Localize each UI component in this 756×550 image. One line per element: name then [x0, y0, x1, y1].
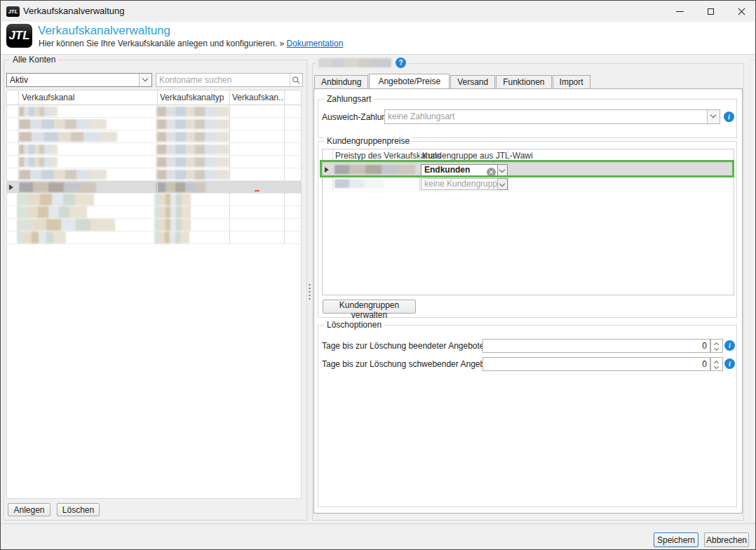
redacted-channel-type-cell — [156, 107, 229, 116]
minimize-button[interactable] — [664, 1, 695, 22]
documentation-link[interactable]: Dokumentation — [287, 39, 344, 48]
spinner-down-icon — [714, 364, 719, 369]
tab-import[interactable]: Import — [553, 75, 590, 88]
column-header[interactable]: Verkaufskanal — [22, 93, 74, 102]
close-icon — [738, 8, 745, 15]
redacted-channel-cell — [17, 219, 115, 231]
sales-channel-table[interactable]: VerkaufskanalVerkaufskanaltypVerkaufskan… — [6, 90, 302, 499]
channel-name-caption: ? — [316, 58, 409, 68]
chevron-down-icon — [707, 110, 720, 123]
redacted-channel-cell — [19, 182, 96, 192]
column-header[interactable]: Kundengruppe aus JTL-Wawi — [422, 151, 533, 161]
splitter-grip-icon — [309, 284, 311, 300]
spinner-down-icon — [714, 346, 719, 351]
clear-icon[interactable] — [487, 168, 496, 176]
info-icon[interactable]: i — [724, 358, 735, 369]
close-button[interactable] — [726, 1, 756, 22]
payment-group-title: Zahlungsart — [324, 95, 374, 104]
redacted-channel-type-cell — [154, 206, 191, 218]
tab-versand[interactable]: Versand — [450, 75, 495, 88]
redacted-price-type-cell — [335, 179, 384, 188]
table-row[interactable] — [7, 194, 301, 206]
redacted-channel-type-cell — [156, 132, 229, 142]
spinner-control[interactable] — [710, 339, 723, 353]
tab-funktionen[interactable]: Funktionen — [496, 75, 551, 88]
redacted-channel-type-cell — [154, 232, 189, 243]
column-header[interactable]: Verkaufskanaltyp — [160, 93, 224, 102]
cancel-button[interactable]: Abbrechen — [704, 532, 749, 547]
column-separator — [229, 90, 230, 244]
redacted-channel-type-cell — [156, 145, 229, 154]
fallback-payment-dropdown[interactable]: keine Zahlungsart — [384, 109, 720, 124]
column-separator — [332, 149, 333, 191]
redacted-channel-name — [318, 58, 391, 67]
redacted-channel-cell — [17, 232, 66, 243]
delete-button[interactable]: Löschen — [57, 503, 100, 516]
chevron-down-icon[interactable] — [498, 178, 508, 190]
delete-option-row: Tage bis zur Löschung schwebender Angebo… — [322, 357, 741, 371]
table-row[interactable] — [7, 219, 301, 232]
redacted-channel-type-cell — [156, 119, 229, 129]
jtl-logo: JTL — [6, 24, 32, 48]
customer-group-dropdown[interactable]: Endkunden — [421, 164, 508, 176]
help-icon[interactable]: ? — [396, 58, 406, 68]
redacted-channel-cell — [17, 206, 87, 218]
table-row[interactable] — [7, 156, 301, 168]
manage-customer-groups-button[interactable]: Kundengruppen verwalten — [323, 300, 416, 314]
redacted-price-type-cell — [335, 165, 415, 174]
column-separator — [157, 90, 158, 244]
info-icon[interactable]: i — [724, 340, 735, 351]
spinner-control[interactable] — [710, 357, 723, 371]
table-row[interactable] — [7, 232, 301, 244]
chevron-down-icon — [139, 74, 151, 86]
table-row-selected[interactable] — [7, 181, 301, 194]
page-header: JTL Verkaufskanalverwaltung Hier können … — [1, 22, 755, 55]
create-button[interactable]: Anlegen — [8, 503, 50, 516]
column-separator — [284, 90, 285, 244]
table-row[interactable] — [7, 105, 301, 118]
days-input[interactable] — [482, 339, 710, 353]
row-marker-icon — [325, 167, 329, 173]
price-type-row-selected[interactable]: Endkunden — [323, 163, 734, 177]
redacted-channel-cell — [19, 132, 117, 142]
customer-group-prices-title: Kundengruppenpreise — [324, 137, 412, 146]
redacted-channel-type-cell — [154, 194, 191, 206]
redacted-channel-cell — [17, 194, 94, 206]
tab-angebote-preise[interactable]: Angebote/Preise — [369, 74, 450, 88]
save-button[interactable]: Speichern — [654, 532, 698, 547]
accounts-group-title: Alle Konten — [10, 55, 58, 65]
customer-group-dropdown[interactable]: keine Kundengruppe — [421, 178, 508, 190]
column-header[interactable]: Verkaufskan... — [232, 93, 285, 102]
search-input[interactable] — [156, 74, 290, 86]
delete-options-title: Löschoptionen — [324, 321, 384, 330]
table-row[interactable] — [7, 168, 301, 181]
price-type-row[interactable]: keine Kundengruppe — [323, 177, 734, 191]
table-row[interactable] — [7, 206, 301, 219]
panel-splitter[interactable] — [307, 55, 312, 521]
chevron-down-icon[interactable] — [498, 164, 508, 176]
info-icon[interactable]: i — [724, 112, 734, 122]
vertical-scrollbar[interactable] — [750, 60, 756, 523]
redacted-channel-type-cell — [154, 219, 191, 231]
delete-option-label: Tage bis zur Löschung schwebender Angebo… — [322, 359, 499, 369]
row-marker-icon — [9, 185, 13, 190]
redacted-channel-cell — [19, 107, 58, 116]
redacted-channel-type-cell — [156, 157, 229, 167]
days-input[interactable] — [482, 357, 710, 371]
tab-anbindung[interactable]: Anbindung — [314, 75, 368, 88]
maximize-button[interactable] — [695, 1, 726, 22]
minimize-icon — [676, 11, 684, 12]
title-bar: JTL Verkaufskanalverwaltung — [1, 1, 755, 22]
delete-option-row: Tage bis zur Löschung beendeter Angebote… — [322, 339, 741, 353]
search-icon[interactable] — [290, 74, 302, 86]
table-row[interactable] — [7, 143, 301, 156]
page-subtitle: Hier können Sie Ihre Verkaufskanäle anle… — [39, 39, 343, 48]
customer-group-table[interactable]: Preistyp des VerkaufskanalsKundengruppe … — [322, 149, 734, 295]
table-row[interactable] — [7, 118, 301, 130]
table-header-row: VerkaufskanalVerkaufskanaltypVerkaufskan… — [7, 90, 301, 105]
app-icon: JTL — [6, 6, 20, 17]
table-row[interactable] — [7, 130, 301, 143]
redacted-channel-cell — [19, 157, 58, 167]
redacted-channel-type-cell — [156, 182, 205, 192]
status-filter-dropdown[interactable]: Aktiv — [6, 73, 152, 87]
